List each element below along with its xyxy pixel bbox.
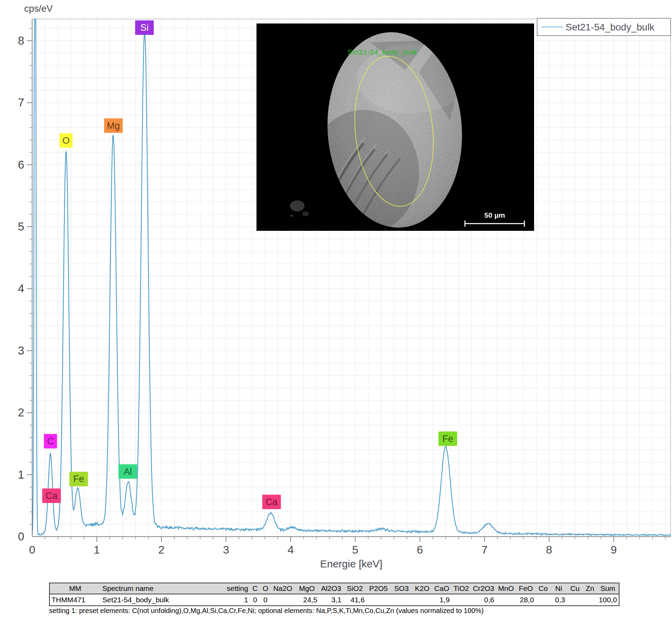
table-header-cell: Spectrum name (101, 583, 225, 594)
table-cell (583, 594, 597, 606)
legend-series-label: Set21-54_body_bulk (566, 22, 655, 32)
table-cell: 3,1 (319, 594, 343, 606)
svg-text:Ca: Ca (265, 497, 278, 507)
y-tick-label: 8 (18, 34, 24, 47)
table-header-cell: Al2O3 (319, 583, 343, 594)
element-marker-mg: Mg (104, 119, 123, 133)
svg-text:Fe: Fe (73, 474, 84, 484)
x-tick-label: 1 (94, 544, 100, 556)
x-tick-label: 4 (288, 544, 294, 556)
table-cell: 1 (225, 594, 250, 606)
x-tick-label: 2 (158, 544, 165, 556)
table-header-cell: SO3 (391, 583, 412, 594)
table-header-cell: Cu (567, 583, 583, 594)
table-header-cell: MgO (295, 583, 319, 594)
element-marker-o: O (59, 133, 73, 148)
table-cell (366, 594, 391, 606)
x-tick-label: 5 (352, 544, 358, 556)
svg-text:Si: Si (140, 22, 149, 33)
table-header-cell: O (260, 583, 271, 594)
sem-image: Set21-54_body_bulk 50 µm (256, 23, 534, 231)
svg-text:Mg: Mg (107, 121, 120, 131)
element-marker-ca-2: Ca (262, 495, 281, 509)
table-cell (271, 594, 295, 606)
y-axis-unit-label: cps/eV (24, 3, 53, 14)
table-header-row: MMSpectrum namesettingCONa2OMgOAl2O3SiO2… (49, 583, 619, 594)
y-tick-label: 7 (18, 96, 24, 109)
x-tick-label: 0 (29, 544, 35, 556)
table-header-cell: CaO (432, 583, 451, 594)
table-header-cell: SiO2 (343, 583, 366, 594)
table-header-cell: Ni (551, 583, 567, 594)
table-header-cell: Zn (583, 583, 597, 594)
settings-footnote: setting 1: preset elements: C(not unfold… (49, 607, 484, 615)
sem-region-label: Set21-54_body_bulk (347, 48, 417, 56)
y-tick-label: 5 (18, 220, 24, 233)
table-cell: 1,9 (432, 594, 451, 606)
element-marker-c: C (44, 434, 57, 449)
table-cell: 0,6 (471, 594, 496, 606)
x-tick-label: 8 (546, 544, 552, 556)
y-tick-label: 6 (18, 158, 24, 171)
table-cell (567, 594, 583, 606)
table-header-cell: Na2O (271, 583, 295, 594)
table-cell: 24,5 (295, 594, 319, 606)
table-cell: 0 (260, 594, 271, 606)
table-header-cell: C (250, 583, 260, 594)
legend: Set21-54_body_bulk (537, 18, 671, 36)
table-header-cell: Co (536, 583, 551, 594)
table-cell (391, 594, 412, 606)
element-marker-ca: Ca (42, 489, 61, 503)
table-cell: 0 (250, 594, 260, 606)
quantification-table: MMSpectrum namesettingCONa2OMgOAl2O3SiO2… (49, 583, 619, 606)
x-tick-label: 7 (482, 544, 488, 556)
table-cell (451, 594, 471, 606)
x-tick-label: 3 (223, 544, 229, 556)
svg-text:Ca: Ca (46, 491, 58, 501)
table-header-cell: P2O5 (366, 583, 391, 594)
table-header-cell: Sum (597, 583, 619, 594)
table-cell: 0,3 (551, 594, 567, 606)
table-cell (536, 594, 551, 606)
x-tick-label: 9 (611, 544, 617, 556)
svg-text:C: C (47, 436, 54, 446)
table-header-cell: MM (49, 583, 101, 594)
x-axis-title: Energie [keV] (320, 558, 382, 569)
element-marker-fe-2: Fe (438, 432, 457, 446)
x-tick-label: 6 (417, 544, 423, 556)
table-cell: 100,0 (597, 594, 619, 606)
svg-text:O: O (62, 135, 69, 146)
table-cell: THMM471 (49, 594, 101, 606)
element-marker-si: Si (135, 20, 154, 35)
table-cell: Set21-54_body_bulk (101, 594, 225, 606)
y-tick-label: 3 (18, 344, 24, 357)
table-header-cell: setting (225, 583, 250, 594)
table-header-cell: TiO2 (451, 583, 471, 594)
table-cell: 41,6 (343, 594, 366, 606)
y-tick-label: 0 (18, 530, 24, 543)
table-row: THMM471Set21-54_body_bulk10024,53,141,61… (49, 594, 619, 606)
table-cell (412, 594, 432, 606)
table-header-cell: K2O (412, 583, 432, 594)
y-tick-label: 2 (18, 406, 24, 419)
y-tick-label: 4 (18, 282, 24, 295)
table-header-cell: FeO (516, 583, 536, 594)
table-header-cell: MnO (496, 583, 516, 594)
svg-text:Al: Al (124, 466, 132, 477)
element-marker-al: Al (119, 464, 137, 479)
svg-text:Fe: Fe (442, 434, 454, 444)
sem-inset: Set21-54_body_bulk 50 µm (256, 23, 534, 231)
scale-bar-label: 50 µm (484, 211, 505, 219)
table-cell (496, 594, 516, 606)
table-header-cell: Cr2O3 (471, 583, 496, 594)
table-cell: 28,0 (516, 594, 536, 606)
eds-report-page: CCaOFeMgAlSiCaFe0123456789012345678 cps/… (0, 0, 672, 622)
element-marker-fe: Fe (69, 472, 88, 486)
y-tick-label: 1 (18, 468, 24, 481)
